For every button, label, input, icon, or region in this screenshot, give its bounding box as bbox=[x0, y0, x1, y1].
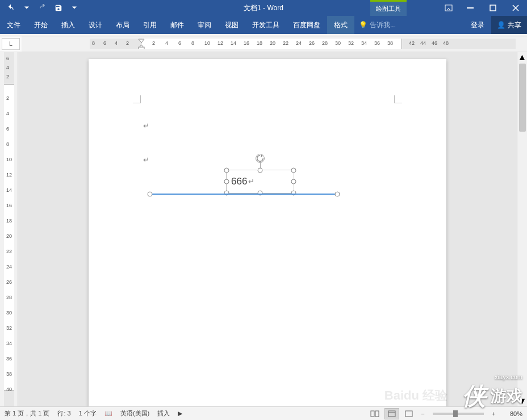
zoom-thumb[interactable] bbox=[453, 410, 458, 417]
svg-rect-3 bbox=[139, 47, 144, 49]
line-shape[interactable] bbox=[150, 194, 337, 195]
ribbon-tabs: 文件 开始 插入 设计 布局 引用 邮件 审阅 视图 开发工具 百度网盘 格式 … bbox=[0, 16, 527, 34]
ruler-tick: 6 bbox=[6, 126, 9, 132]
status-insert-mode[interactable]: 插入 bbox=[157, 409, 170, 418]
spellcheck-icon[interactable]: 📖 bbox=[104, 410, 112, 417]
resize-handle[interactable] bbox=[258, 191, 263, 196]
main-area: 642246810121416182022242628303234363840 … bbox=[0, 52, 527, 406]
status-words[interactable]: 1 个字 bbox=[79, 409, 97, 418]
zoom-level[interactable]: 80% bbox=[500, 410, 522, 417]
tab-layout[interactable]: 布局 bbox=[109, 16, 136, 34]
status-page[interactable]: 第 1 页，共 1 页 bbox=[5, 409, 49, 418]
tab-developer[interactable]: 开发工具 bbox=[245, 16, 286, 34]
undo-button[interactable] bbox=[3, 1, 18, 15]
ribbon-display-options[interactable] bbox=[438, 0, 459, 16]
save-button[interactable] bbox=[51, 1, 66, 15]
ruler-tick: 8 bbox=[92, 40, 95, 46]
ruler-tick: 2 bbox=[6, 74, 9, 79]
horizontal-ruler[interactable]: 8642246810121416182022242628303234363842… bbox=[22, 36, 527, 52]
ruler-tick: 6 bbox=[103, 40, 106, 46]
margin-corner-tr bbox=[394, 95, 402, 103]
resize-handle[interactable] bbox=[224, 168, 229, 173]
document-title: 文档1 - Word bbox=[244, 3, 283, 13]
tab-mailings[interactable]: 邮件 bbox=[164, 16, 191, 34]
ruler-tick: 32 bbox=[348, 40, 354, 46]
ruler-tick: 24 bbox=[296, 40, 302, 46]
ruler-tick: 44 bbox=[420, 40, 426, 46]
resize-handle[interactable] bbox=[258, 168, 263, 173]
ruler-tick: 40 bbox=[6, 387, 12, 392]
scroll-up-button[interactable]: ▲ bbox=[517, 52, 527, 62]
signin-button[interactable]: 登录 bbox=[464, 16, 491, 34]
lightbulb-icon: 💡 bbox=[359, 21, 367, 29]
minimize-button[interactable] bbox=[459, 0, 482, 16]
document-viewport[interactable]: ↵ ↵ 666 ↵ bbox=[18, 52, 517, 406]
ruler-tick: 14 bbox=[6, 187, 12, 193]
tab-baidu[interactable]: 百度网盘 bbox=[286, 16, 327, 34]
scroll-down-button[interactable]: ▼ bbox=[517, 396, 527, 406]
svg-rect-9 bbox=[405, 411, 412, 417]
resize-handle[interactable] bbox=[291, 191, 296, 196]
qat-customize[interactable] bbox=[67, 1, 82, 15]
redo-button[interactable] bbox=[35, 1, 50, 15]
tab-design[interactable]: 设计 bbox=[82, 16, 109, 34]
zoom-out-button[interactable]: − bbox=[419, 410, 426, 417]
ruler-tick: 8 bbox=[6, 141, 9, 147]
zoom-slider[interactable] bbox=[433, 413, 484, 415]
page[interactable]: ↵ ↵ 666 ↵ bbox=[89, 59, 446, 406]
ruler-tick: 36 bbox=[374, 40, 380, 46]
maximize-button[interactable] bbox=[482, 0, 504, 16]
ruler-tick: 20 bbox=[6, 233, 12, 239]
zoom-in-button[interactable]: + bbox=[490, 410, 497, 417]
indent-marker-icon[interactable] bbox=[138, 39, 145, 49]
resize-handle[interactable] bbox=[291, 168, 296, 173]
share-icon: 👤 bbox=[497, 21, 505, 29]
ruler-tick: 22 bbox=[6, 249, 12, 254]
ruler-tick: 10 bbox=[204, 40, 210, 46]
paragraph-mark: ↵ bbox=[143, 156, 149, 165]
ruler-tick: 32 bbox=[6, 325, 12, 331]
tab-insert[interactable]: 插入 bbox=[55, 16, 82, 34]
vertical-scrollbar[interactable]: ▲ ▼ bbox=[517, 52, 527, 406]
svg-rect-1 bbox=[467, 7, 474, 9]
share-label: 共享 bbox=[508, 20, 521, 30]
line-endpoint-handle[interactable] bbox=[148, 192, 153, 197]
rotate-handle-icon[interactable] bbox=[255, 153, 265, 166]
tab-format[interactable]: 格式 bbox=[327, 16, 354, 34]
textbox-shape[interactable]: 666 ↵ bbox=[226, 170, 294, 194]
vertical-ruler[interactable]: 642246810121416182022242628303234363840 bbox=[0, 52, 18, 406]
close-button[interactable] bbox=[504, 0, 527, 16]
contextual-tab-label: 绘图工具 bbox=[370, 0, 407, 16]
view-print-layout[interactable] bbox=[384, 408, 399, 419]
resize-handle[interactable] bbox=[224, 191, 229, 196]
resize-handle[interactable] bbox=[291, 179, 296, 184]
ruler-tick: 30 bbox=[6, 310, 12, 316]
ruler-tick: 2 bbox=[6, 95, 9, 101]
ruler-tick: 16 bbox=[244, 40, 249, 46]
resize-handle[interactable] bbox=[224, 179, 229, 184]
line-endpoint-handle[interactable] bbox=[335, 192, 340, 197]
share-button[interactable]: 👤 共享 bbox=[491, 16, 527, 34]
tab-references[interactable]: 引用 bbox=[136, 16, 164, 34]
paragraph-mark: ↵ bbox=[143, 121, 149, 131]
margin-corner-tl bbox=[133, 95, 141, 103]
view-web-layout[interactable] bbox=[401, 408, 416, 419]
ruler-tick: 16 bbox=[6, 203, 12, 208]
tab-view[interactable]: 视图 bbox=[218, 16, 245, 34]
tab-home[interactable]: 开始 bbox=[27, 16, 55, 34]
tell-me-search[interactable]: 💡 告诉我... bbox=[354, 16, 400, 34]
ruler-tick: 8 bbox=[191, 40, 194, 46]
ruler-tick: 48 bbox=[443, 40, 449, 46]
scroll-thumb[interactable] bbox=[519, 64, 526, 132]
tab-selector[interactable]: L bbox=[2, 38, 20, 50]
status-line[interactable]: 行: 3 bbox=[57, 409, 70, 418]
view-read-mode[interactable] bbox=[367, 408, 382, 419]
macro-icon[interactable]: ▶ bbox=[178, 410, 182, 417]
ruler-tick: 30 bbox=[335, 40, 341, 46]
status-language[interactable]: 英语(美国) bbox=[120, 409, 149, 418]
ruler-tick: 26 bbox=[6, 279, 12, 285]
ruler-tick: 12 bbox=[218, 40, 223, 46]
tab-file[interactable]: 文件 bbox=[0, 16, 27, 34]
undo-dropdown[interactable] bbox=[19, 1, 34, 15]
tab-review[interactable]: 审阅 bbox=[191, 16, 218, 34]
